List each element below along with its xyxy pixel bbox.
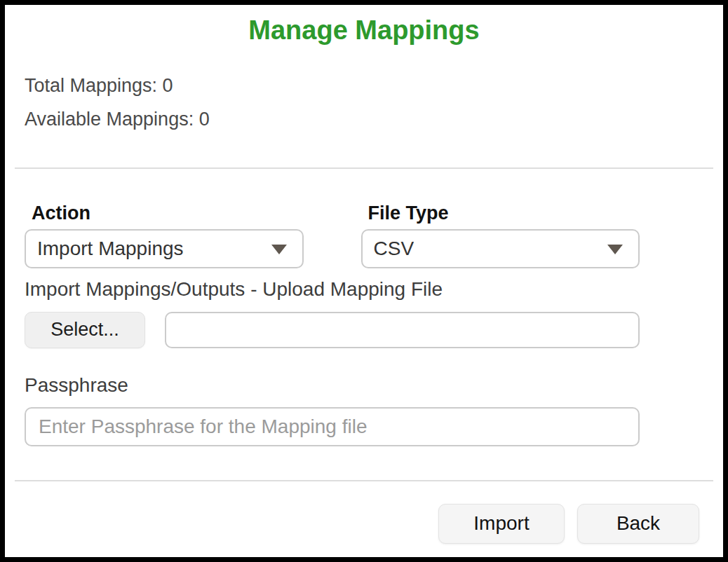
dropdown-arrow-icon <box>271 245 287 254</box>
dropdown-arrow-icon <box>607 245 623 254</box>
passphrase-input[interactable] <box>25 407 640 446</box>
back-button[interactable]: Back <box>577 504 699 544</box>
upload-file-input[interactable] <box>165 312 640 348</box>
total-mappings-text: Total Mappings: 0 <box>25 75 703 96</box>
action-select[interactable]: Import Mappings <box>25 229 304 268</box>
action-label: Action <box>25 203 304 224</box>
file-type-select-value: CSV <box>374 238 414 260</box>
available-mappings-text: Available Mappings: 0 <box>25 109 703 130</box>
bottom-divider <box>15 480 713 481</box>
page-content: Manage Mappings Total Mappings: 0 Availa… <box>5 15 723 544</box>
upload-row: Select... <box>25 312 640 348</box>
action-select-value: Import Mappings <box>37 238 184 260</box>
import-button[interactable]: Import <box>438 504 565 544</box>
file-type-column: File Type CSV <box>361 203 640 268</box>
action-column: Action Import Mappings <box>25 203 304 268</box>
manage-mappings-page: Manage Mappings Total Mappings: 0 Availa… <box>0 0 728 562</box>
passphrase-label: Passphrase <box>25 375 640 396</box>
file-type-label: File Type <box>361 203 640 224</box>
mappings-stats: Total Mappings: 0 Available Mappings: 0 <box>25 75 703 130</box>
top-divider <box>15 167 713 169</box>
file-type-select[interactable]: CSV <box>361 229 640 268</box>
upload-mapping-file-label: Import Mappings/Outputs - Upload Mapping… <box>25 278 640 301</box>
page-title: Manage Mappings <box>25 15 703 47</box>
select-file-button[interactable]: Select... <box>25 312 145 348</box>
mappings-form: Action Import Mappings File Type CSV Imp… <box>25 203 640 446</box>
selects-row: Action Import Mappings File Type CSV <box>25 203 640 268</box>
footer-actions: Import Back <box>25 504 703 544</box>
